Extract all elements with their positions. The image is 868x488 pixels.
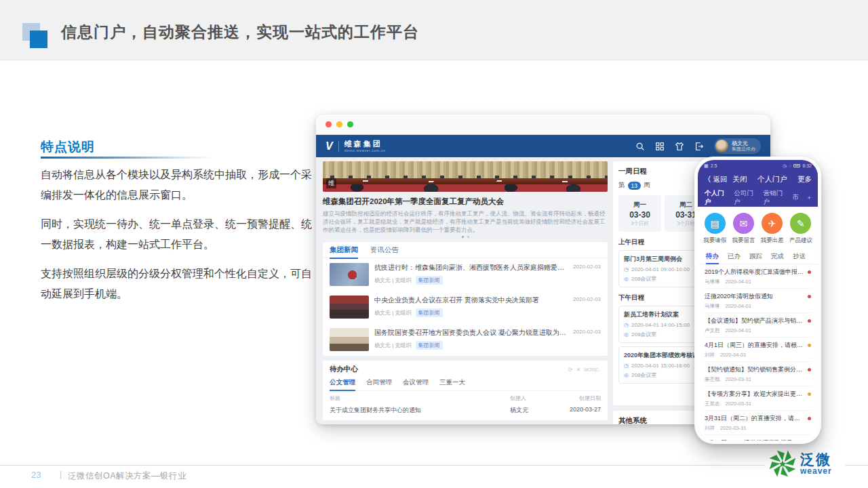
todo-row-creator: 杨文元 xyxy=(510,406,557,415)
status-dot xyxy=(808,392,811,396)
maximize-window-icon[interactable] xyxy=(347,121,353,127)
carousel-dot[interactable] xyxy=(467,236,469,238)
user-menu[interactable]: 杨文元 集团总经办 xyxy=(714,138,761,154)
phone-mockup: ▦ 2.5 ◷ ◌ 6:32 〈 返回 关闭 个人门户 更多 xyxy=(694,157,821,444)
tab-meetings[interactable]: 会议管理 xyxy=(403,378,429,387)
close-button[interactable]: 关闭 xyxy=(733,175,747,184)
news-item[interactable]: 抗疫进行时：维森集团向蒙浙、湘西援鄂医务人员家庭捐赠爱心物资 杨文元 | 党组织… xyxy=(323,258,608,291)
news-item[interactable]: 国务院国资委召开地方国资委负责人会议 凝心聚力锐意进取为确保全面建成… 杨文元 … xyxy=(323,323,608,356)
oa-navbar: V 维森集团 demo.weaver.com.cn xyxy=(316,135,770,157)
list-item[interactable]: 【契约锁通知】契约锁销售案例分享通知（第十二… 姜丕戬2020-03-31 xyxy=(705,362,811,386)
carousel-dot[interactable] xyxy=(462,236,464,238)
list-item[interactable]: 泛微2020年清明放假通知 马琳琳2020-04-01 xyxy=(705,289,811,313)
features-paragraph-2: 同时，实现统一待办、统一单点登录、统一预警提醒、统一数据报表，构建一站式工作平台… xyxy=(41,214,313,255)
col-creator: 创建人 xyxy=(510,394,557,402)
tab-finished[interactable]: 完成 xyxy=(771,252,784,261)
more-button[interactable]: 更多 xyxy=(797,175,812,184)
battery-icon xyxy=(793,164,800,167)
airplane-icon: ✈ xyxy=(762,213,783,234)
list-item[interactable]: 2019个人所得税年度汇算清缴申报通知（被留言… 马琳琳2020-04-01 xyxy=(705,264,811,289)
location-icon: ◎ xyxy=(624,372,629,378)
footer-divider xyxy=(0,465,868,466)
add-portal-button[interactable]: + xyxy=(807,194,811,201)
portal-tab-marketing[interactable]: 营销门户 xyxy=(763,189,784,207)
footer-text: 泛微信创OA解决方案—银行业 xyxy=(68,470,186,482)
list-item[interactable]: 4月1日（周三）的直播安排，请根据主题持续做… 刘祥2020-04-01 xyxy=(705,338,811,362)
news-title[interactable]: 国务院国资委召开地方国资委负责人会议 凝心聚力锐意进取为确保全面建成… xyxy=(374,328,568,338)
action-leave[interactable]: ▤ 我要请假 xyxy=(703,213,726,245)
col-date: 创建日期 xyxy=(557,394,601,402)
list-item[interactable]: 3月31日（周二）的直播安排，请根据主题持续做… 刘祥2020-03-31 xyxy=(705,411,811,435)
schedule-item-room: 208会议室 xyxy=(631,371,656,379)
col-title: 标题 xyxy=(330,394,510,402)
refresh-icon[interactable]: ⟳ xyxy=(568,367,575,373)
day-chip-monday[interactable]: 周一 03-30 3个日程 xyxy=(618,195,661,232)
back-arrow-icon[interactable]: 〈 xyxy=(704,175,711,184)
more-link[interactable]: MORE.. xyxy=(584,367,601,372)
portal-tab-market[interactable]: 市 xyxy=(793,193,800,202)
tab-group-news[interactable]: 集团新闻 xyxy=(330,245,358,255)
features-body: 自动将信息从各个模块以及异构系统中抽取，形成一个采编排发一体化的信息展示窗口。 … xyxy=(41,165,313,304)
features-heading: 特点说明 xyxy=(41,138,95,156)
minimize-window-icon[interactable] xyxy=(336,121,342,127)
message-icon: ✉ xyxy=(733,213,754,234)
user-dept: 集团总经办 xyxy=(732,146,755,152)
search-icon[interactable] xyxy=(635,142,645,151)
slide-header: 信息门户，自动聚合推送，实现一站式的工作平台 xyxy=(0,0,868,60)
action-message[interactable]: ✉ 我要留言 xyxy=(732,213,755,245)
apps-grid-icon[interactable] xyxy=(655,142,665,151)
news-title[interactable]: 中央企业负责人会议在京召开 贯彻落实党中央决策部署 xyxy=(374,296,568,305)
table-row[interactable]: 关于成立集团财务共享中心的通知 杨文元 2020-03-27 xyxy=(330,406,601,415)
tab-documents[interactable]: 公文管理 xyxy=(330,378,355,387)
hero-headline[interactable]: 维森集团召开2020年第一季度全面复工复产动员大会 xyxy=(323,197,608,207)
news-tag: 集团新闻 xyxy=(416,308,443,317)
tab-pending[interactable]: 待办 xyxy=(706,252,719,261)
list-item[interactable]: 3月31日17:00 泛微代理商政策及发展流程培训（… 桂菲蓝2020-03-3… xyxy=(705,435,811,441)
news-tag: 集团新闻 xyxy=(416,341,443,350)
weaver-logo: 泛微 weaver xyxy=(765,445,845,483)
photo-watermark: 维 xyxy=(326,178,336,188)
portal-tab-personal[interactable]: 个人门户 xyxy=(705,189,726,207)
news-meta: 杨文元 | 党组织 xyxy=(374,342,412,349)
brand-v-icon: V xyxy=(326,140,333,152)
phone-nav-bar: 〈 返回 关闭 个人门户 更多 xyxy=(698,170,818,188)
schedule-item-time: 2020-04-01 15:00-16:00 xyxy=(631,363,690,369)
logout-icon[interactable] xyxy=(694,142,704,151)
status-dot xyxy=(808,270,811,274)
tab-three-one[interactable]: 三重一大 xyxy=(439,378,465,387)
action-suggestion[interactable]: ✎ 产品建议 xyxy=(789,213,812,245)
theme-shirt-icon[interactable] xyxy=(675,142,684,151)
tab-contracts[interactable]: 合同管理 xyxy=(366,378,392,387)
features-paragraph-1: 自动将信息从各个模块以及异构系统中抽取，形成一个采编排发一体化的信息展示窗口。 xyxy=(41,165,313,205)
alarm-icon: ◷ xyxy=(783,163,787,169)
news-tag: 集团新闻 xyxy=(416,276,443,285)
close-window-icon[interactable] xyxy=(326,121,332,127)
phone-page-title: 个人门户 xyxy=(747,174,798,184)
week-number-badge: 13 xyxy=(628,182,641,190)
settings-icon[interactable]: ✕ xyxy=(576,367,583,373)
tab-done[interactable]: 已办 xyxy=(728,252,741,261)
schedule-item-room: 208会议室 xyxy=(631,331,656,338)
carousel-dots[interactable] xyxy=(323,236,608,238)
status-dot xyxy=(808,368,811,371)
portal-tab-company[interactable]: 公司门户 xyxy=(734,189,755,207)
todo-row-title[interactable]: 关于成立集团财务共享中心的通知 xyxy=(330,406,510,415)
decor-square-dark xyxy=(30,30,47,48)
back-button[interactable]: 返回 xyxy=(713,175,728,184)
portal-tabs: 个人门户 公司门户 营销门户 市 + xyxy=(698,188,818,207)
brand-divider xyxy=(338,141,339,152)
news-date: 2020-02-03 xyxy=(573,296,601,302)
tab-announcements[interactable]: 资讯公告 xyxy=(370,245,399,255)
list-item[interactable]: 【专项方案分享】欢迎大家提出更多的建议，持续… 王晨志2020-03-31 xyxy=(705,386,811,411)
tab-tracking[interactable]: 跟踪 xyxy=(749,252,762,261)
tab-cc[interactable]: 抄送 xyxy=(793,252,806,261)
weaver-logo-cn: 泛微 xyxy=(800,452,832,466)
news-title[interactable]: 抗疫进行时：维森集团向蒙浙、湘西援鄂医务人员家庭捐赠爱心物资 xyxy=(374,263,568,272)
action-trip[interactable]: ✈ 我要出差 xyxy=(761,213,784,245)
hero-carousel-photo[interactable]: 维 xyxy=(323,161,608,192)
news-item[interactable]: 中央企业负责人会议在京召开 贯彻落实党中央决策部署 杨文元 | 党组织 集团新闻… xyxy=(323,291,608,323)
news-thumbnail xyxy=(330,263,369,286)
week-prefix: 第 xyxy=(618,181,625,190)
list-item[interactable]: 【会议通知】契约锁产品演示与销售过程的分享 卢文胜2020-04-01 xyxy=(705,313,811,338)
news-widget: 集团新闻 资讯公告 抗疫进行时：维森集团向蒙浙、湘西援鄂医务人员家庭捐赠爱心物资… xyxy=(323,242,608,356)
